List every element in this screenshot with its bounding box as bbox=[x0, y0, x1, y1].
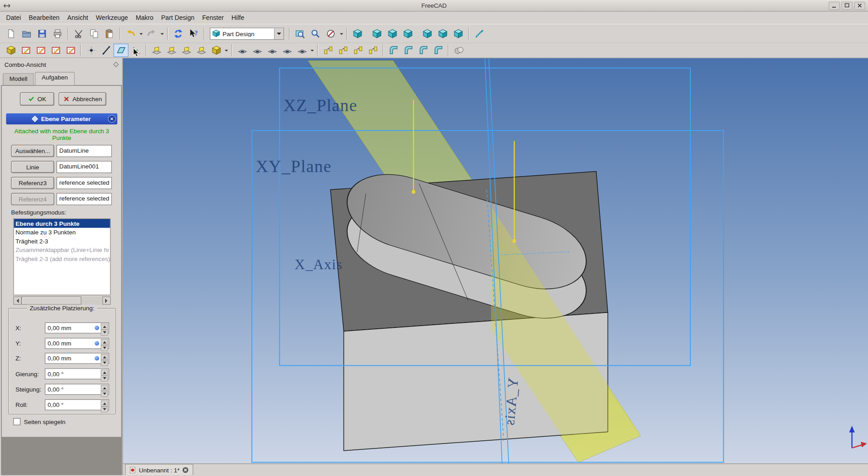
chamfer-button[interactable] bbox=[401, 44, 416, 57]
view-bottom-button[interactable] bbox=[435, 26, 450, 41]
collapse-section-button[interactable] bbox=[108, 115, 116, 123]
workbench-dropdown-icon[interactable] bbox=[274, 28, 283, 39]
list-item[interactable]: Trägheit 2-3 bbox=[14, 237, 110, 246]
reference1-button[interactable]: Auswählen... bbox=[11, 145, 54, 157]
refresh-button[interactable] bbox=[170, 26, 186, 41]
draw-style-button[interactable] bbox=[323, 26, 339, 41]
expression-icon[interactable] bbox=[94, 356, 99, 361]
cut-button[interactable] bbox=[71, 26, 86, 41]
pad-button[interactable] bbox=[149, 44, 164, 57]
pitch-spinner[interactable] bbox=[101, 385, 108, 394]
workbench-selector[interactable]: Part Design bbox=[210, 28, 284, 40]
list-item[interactable]: Ebene durch 3 Punkte bbox=[14, 219, 110, 228]
groove-button[interactable] bbox=[264, 44, 279, 57]
z-input[interactable]: 0,00 mm bbox=[45, 353, 109, 364]
y-spinner[interactable] bbox=[101, 339, 108, 348]
mirrored-button[interactable] bbox=[321, 44, 335, 57]
task-section-header[interactable]: Ebene Parameter bbox=[6, 113, 117, 124]
menu-part-design[interactable]: Part Design bbox=[157, 13, 198, 23]
list-item[interactable]: Normale zu 3 Punkten bbox=[14, 228, 110, 237]
datum-line-button[interactable] bbox=[99, 44, 113, 57]
copy-button[interactable] bbox=[86, 26, 102, 41]
create-body-button[interactable] bbox=[3, 44, 18, 57]
reference2-field[interactable]: DatumLine001 bbox=[57, 161, 112, 173]
reference1-field[interactable]: DatumLine bbox=[57, 145, 112, 157]
axonometric-button[interactable] bbox=[350, 26, 365, 41]
polar-pattern-button[interactable] bbox=[350, 44, 365, 57]
reference3-field[interactable]: reference selected bbox=[57, 177, 112, 189]
paste-button[interactable] bbox=[102, 26, 117, 41]
redo-button[interactable] bbox=[144, 26, 159, 41]
open-button[interactable] bbox=[19, 26, 34, 41]
datum-point-button[interactable] bbox=[84, 44, 99, 57]
mode-list-scrollbar[interactable] bbox=[13, 296, 111, 304]
subtractive-primitive-dropdown[interactable] bbox=[309, 43, 315, 58]
validate-sketch-button[interactable] bbox=[63, 44, 78, 57]
undo-button[interactable] bbox=[123, 26, 138, 41]
linear-pattern-button[interactable] bbox=[335, 44, 350, 57]
minimize-button[interactable] bbox=[829, 1, 840, 9]
scroll-left-icon[interactable] bbox=[13, 296, 21, 304]
fit-selection-button[interactable] bbox=[308, 26, 323, 41]
x-input[interactable]: 0,00 mm bbox=[45, 322, 109, 333]
reference4-field[interactable]: reference selected bbox=[57, 193, 112, 205]
whats-this-button[interactable] bbox=[186, 26, 201, 41]
subtractive-loft-button[interactable] bbox=[279, 44, 294, 57]
tab-aufgaben[interactable]: Aufgaben bbox=[35, 72, 75, 85]
yaw-spinner[interactable] bbox=[101, 369, 108, 378]
menu-datei[interactable]: Datei bbox=[2, 13, 25, 23]
datum-plane-button[interactable] bbox=[113, 44, 128, 57]
menu-makro[interactable]: Makro bbox=[132, 13, 157, 23]
y-input[interactable]: 0,00 mm bbox=[45, 338, 109, 349]
redo-dropdown[interactable] bbox=[160, 26, 165, 41]
roll-spinner[interactable] bbox=[101, 401, 108, 410]
view-front-button[interactable] bbox=[369, 26, 385, 41]
menu-hilfe[interactable]: Hilfe bbox=[228, 13, 248, 23]
reference3-button[interactable]: Referenz3 bbox=[11, 177, 54, 189]
boolean-button[interactable] bbox=[451, 44, 466, 57]
menu-ansicht[interactable]: Ansicht bbox=[63, 13, 92, 23]
menu-bearbeiten[interactable]: Bearbeiten bbox=[25, 13, 63, 23]
new-button[interactable] bbox=[3, 26, 19, 41]
view-right-button[interactable] bbox=[400, 26, 415, 41]
draft-button[interactable] bbox=[416, 44, 431, 57]
yaw-input[interactable]: 0,00 ° bbox=[45, 369, 109, 379]
revolution-button[interactable] bbox=[164, 44, 179, 57]
cancel-button[interactable]: Abbrechen bbox=[59, 92, 106, 105]
float-panel-icon[interactable] bbox=[113, 62, 118, 67]
fit-all-button[interactable] bbox=[292, 26, 308, 41]
additive-primitive-button[interactable] bbox=[209, 44, 224, 57]
additive-pipe-button[interactable] bbox=[194, 44, 209, 57]
3d-viewport[interactable]: XZ_Plane XY_Plane X_Axis Y_Axis bbox=[123, 58, 868, 464]
hole-button[interactable] bbox=[250, 44, 264, 57]
pocket-button[interactable] bbox=[235, 44, 250, 57]
pitch-input[interactable]: 0,00 ° bbox=[45, 384, 109, 395]
subtractive-primitive-button[interactable] bbox=[294, 44, 309, 57]
create-sketch-button[interactable] bbox=[18, 44, 33, 57]
save-button[interactable] bbox=[34, 26, 50, 41]
multitransform-button[interactable] bbox=[365, 44, 380, 57]
edit-sketch-button[interactable] bbox=[33, 44, 48, 57]
close-document-icon[interactable] bbox=[182, 467, 189, 473]
tab-modell[interactable]: Modell bbox=[3, 73, 34, 85]
additive-loft-button[interactable] bbox=[179, 44, 194, 57]
close-button[interactable] bbox=[854, 1, 865, 9]
flip-sides-checkbox[interactable] bbox=[13, 418, 20, 425]
roll-input[interactable]: 0,00 ° bbox=[45, 399, 109, 410]
menu-fenster[interactable]: Fenster bbox=[198, 13, 228, 23]
document-tab[interactable]: Unbenannt : 1* bbox=[125, 464, 193, 475]
x-spinner[interactable] bbox=[101, 323, 108, 332]
scroll-right-icon[interactable] bbox=[103, 296, 111, 304]
menu-werkzeuge[interactable]: Werkzeuge bbox=[92, 13, 132, 23]
view-top-button[interactable] bbox=[385, 26, 400, 41]
reference2-button[interactable]: Linie bbox=[11, 161, 54, 173]
undo-dropdown[interactable] bbox=[138, 26, 144, 41]
map-sketch-button[interactable] bbox=[48, 44, 63, 57]
measure-button[interactable] bbox=[472, 26, 487, 41]
fillet-button[interactable] bbox=[386, 44, 401, 57]
additive-primitive-dropdown[interactable] bbox=[224, 43, 229, 58]
expression-icon[interactable] bbox=[94, 326, 99, 330]
view-left-button[interactable] bbox=[451, 26, 466, 41]
ok-button[interactable]: OK bbox=[20, 92, 54, 105]
scrollbar-thumb[interactable] bbox=[22, 296, 81, 304]
